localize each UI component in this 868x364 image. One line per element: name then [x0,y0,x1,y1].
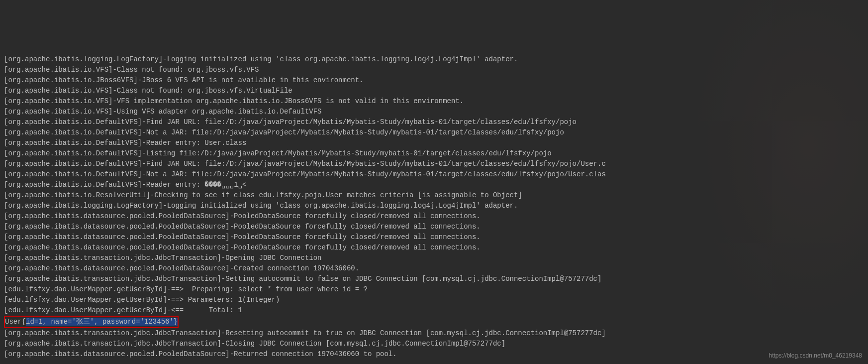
log-line: [org.apache.ibatis.datasource.pooled.Poo… [4,232,864,243]
log-line: [org.apache.ibatis.io.DefaultVFS]-Not a … [4,127,864,138]
log-line: [edu.lfsfxy.dao.UserMapper.getUserById]-… [4,295,864,305]
log-line: [org.apache.ibatis.datasource.pooled.Poo… [4,211,864,222]
log-line: [org.apache.ibatis.datasource.pooled.Poo… [4,349,864,360]
log-line: [org.apache.ibatis.transaction.jdbc.Jdbc… [4,328,864,339]
log-line: [org.apache.ibatis.io.JBoss6VFS]-JBoss 6… [4,75,864,86]
highlighted-result-line: User{id=1, name='张三', password='123456'} [4,316,864,328]
log-line: [org.apache.ibatis.io.DefaultVFS]-Find J… [4,117,864,127]
log-line: [org.apache.ibatis.transaction.jdbc.Jdbc… [4,339,864,349]
log-line: [org.apache.ibatis.logging.LogFactory]-L… [4,201,864,211]
log-line: [edu.lfsfxy.dao.UserMapper.getUserById]-… [4,305,864,316]
console-output[interactable]: [org.apache.ibatis.logging.LogFactory]-L… [4,54,864,360]
log-line: [org.apache.ibatis.io.DefaultVFS]-Find J… [4,159,864,169]
log-line: [org.apache.ibatis.datasource.pooled.Poo… [4,222,864,232]
log-line: [edu.lfsfxy.dao.UserMapper.getUserById]-… [4,284,864,295]
log-line: [org.apache.ibatis.transaction.jdbc.Jdbc… [4,274,864,284]
log-line: [org.apache.ibatis.io.VFS]-Class not fou… [4,86,864,96]
log-line: [org.apache.ibatis.io.VFS]-VFS implement… [4,96,864,107]
log-line: [org.apache.ibatis.io.DefaultVFS]-Reader… [4,180,864,190]
log-line: [org.apache.ibatis.datasource.pooled.Poo… [4,243,864,253]
log-line: [org.apache.ibatis.logging.LogFactory]-L… [4,54,864,65]
result-highlight-box: User{id=1, name='张三', password='123456'} [4,316,179,328]
log-line: [org.apache.ibatis.io.DefaultVFS]-Listin… [4,148,864,159]
log-line: [org.apache.ibatis.datasource.pooled.Poo… [4,263,864,274]
selected-result-text: id=1, name='张三', password='123456'} [26,318,178,326]
result-prefix: User{ [5,318,26,326]
log-line: [org.apache.ibatis.io.DefaultVFS]-Not a … [4,169,864,180]
log-line: [org.apache.ibatis.transaction.jdbc.Jdbc… [4,253,864,263]
log-line: [org.apache.ibatis.io.VFS]-Using VFS ada… [4,107,864,117]
log-line: [org.apache.ibatis.io.VFS]-Class not fou… [4,65,864,75]
log-line: [org.apache.ibatis.io.DefaultVFS]-Reader… [4,138,864,148]
log-line: [org.apache.ibatis.io.ResolverUtil]-Chec… [4,190,864,201]
watermark-text: https://blog.csdn.net/m0_46219348 [769,351,862,360]
